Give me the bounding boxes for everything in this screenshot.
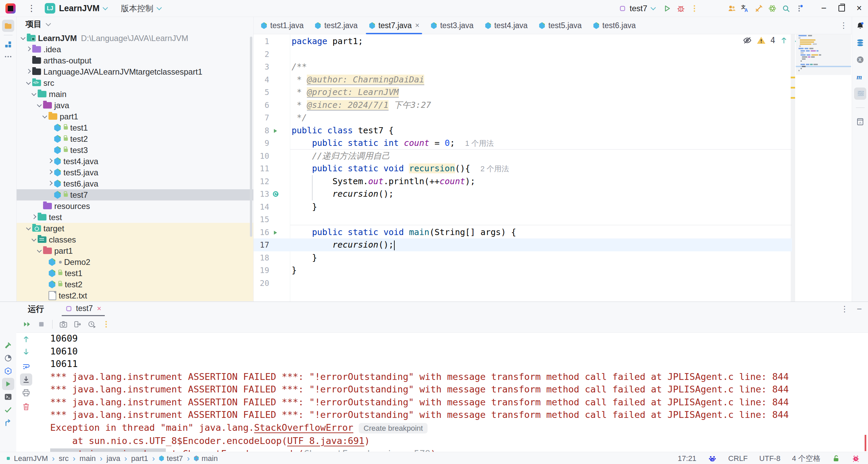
down-arrow-button[interactable] bbox=[20, 346, 32, 358]
breadcrumb-part1[interactable]: part1 bbox=[131, 454, 148, 463]
run-panel-more-button[interactable]: ⋮ bbox=[841, 304, 849, 314]
up-arrow-button[interactable] bbox=[20, 333, 32, 345]
tree-item-test[interactable]: test bbox=[17, 212, 253, 223]
code-line-11[interactable]: 11 public static void recursion(){ 2 个用法 bbox=[254, 162, 792, 175]
tree-item-test3[interactable]: test3 bbox=[17, 144, 253, 156]
maven-button[interactable]: m bbox=[854, 71, 866, 83]
translate-button[interactable]: 文A bbox=[738, 2, 752, 15]
chevron-down-icon[interactable] bbox=[41, 114, 48, 119]
code-line-20[interactable]: 20 bbox=[254, 277, 792, 290]
code-line-1[interactable]: 1package part1; bbox=[254, 35, 792, 48]
commit-arrow-button[interactable] bbox=[2, 417, 14, 429]
tree-item-test6.java[interactable]: test6.java bbox=[17, 178, 253, 189]
tree-item-main[interactable]: main bbox=[17, 89, 253, 100]
chevron-down-icon[interactable] bbox=[36, 249, 43, 253]
stack-trace-link[interactable]: UTF_8.java:691 bbox=[287, 436, 364, 446]
breadcrumb-main[interactable]: main bbox=[194, 454, 218, 463]
code-line-8[interactable]: 8public class test7 { bbox=[254, 124, 792, 137]
scroll-end-button[interactable] bbox=[20, 373, 32, 386]
tree-item-classes[interactable]: classes bbox=[17, 234, 253, 245]
export-button[interactable] bbox=[72, 318, 84, 330]
code-line-14[interactable]: 14 } bbox=[254, 200, 792, 213]
chevron-down-icon[interactable] bbox=[19, 36, 27, 40]
stack-trace-link[interactable]: StackOverflowError bbox=[254, 422, 353, 433]
project-chevron-down-icon[interactable] bbox=[103, 5, 108, 11]
chevron-right-icon[interactable] bbox=[25, 70, 32, 74]
code-line-2[interactable]: 2 bbox=[254, 48, 792, 61]
tabs-more-button[interactable]: ⋮ bbox=[840, 21, 848, 30]
run-panel-hide-button[interactable]: − bbox=[857, 304, 862, 314]
tab-test2.java[interactable]: test2.java bbox=[309, 17, 363, 34]
code-line-5[interactable]: 5 * @project: LearnJVM bbox=[254, 86, 792, 99]
profiler-button[interactable] bbox=[2, 352, 14, 364]
code-editor[interactable]: 4 1package part1;23/**4 * @author: Charm… bbox=[254, 34, 852, 302]
chevron-down-icon[interactable] bbox=[36, 103, 43, 108]
terminal-button[interactable] bbox=[2, 391, 14, 403]
tree-item-arthas-output[interactable]: arthas-output bbox=[17, 55, 253, 66]
notification-alarm-icon[interactable] bbox=[852, 455, 860, 463]
camera-button[interactable] bbox=[57, 318, 70, 330]
code-line-9[interactable]: 9 public static int count = 0; 1 个用法 bbox=[254, 137, 792, 150]
scratches-x-button[interactable]: X bbox=[854, 54, 866, 66]
debug-button[interactable] bbox=[674, 2, 688, 15]
clock-run-button[interactable] bbox=[86, 318, 98, 330]
code-line-16[interactable]: 16 public static void main(String[] args… bbox=[254, 226, 792, 239]
file-encoding[interactable]: UTF-8 bbox=[759, 454, 780, 463]
code-line-12[interactable]: 12 System.out.println(++count); bbox=[254, 175, 792, 188]
create-breakpoint-button[interactable]: Create breakpoint bbox=[359, 423, 428, 433]
code-line-7[interactable]: 7 */ bbox=[254, 111, 792, 124]
run-button[interactable] bbox=[660, 2, 674, 15]
services-button[interactable] bbox=[2, 365, 14, 377]
notifications-bell-button[interactable] bbox=[854, 20, 866, 32]
tab-close-icon[interactable]: × bbox=[415, 21, 419, 30]
trash-button[interactable] bbox=[20, 401, 32, 413]
build-hammer-button[interactable] bbox=[2, 339, 14, 351]
project-avatar[interactable]: LJ bbox=[45, 3, 55, 14]
tools-button[interactable] bbox=[752, 2, 766, 15]
rerun-button[interactable] bbox=[21, 318, 33, 330]
problems-check-button[interactable] bbox=[2, 404, 14, 416]
tree-item-target[interactable]: target bbox=[17, 223, 253, 234]
dots-yellow-button[interactable] bbox=[100, 318, 112, 330]
run-line-icon[interactable] bbox=[272, 228, 279, 238]
tree-item-part1[interactable]: part1 bbox=[17, 245, 253, 256]
code-line-6[interactable]: 6 * @since: 2024/7/1 下午3:27 bbox=[254, 99, 792, 112]
plugin-atom-button[interactable] bbox=[766, 2, 779, 15]
breadcrumb-LearnJVM[interactable]: LearnJVM bbox=[14, 454, 48, 463]
run-tab-test7[interactable]: test7 × bbox=[62, 302, 105, 316]
line-ending[interactable]: CRLF bbox=[728, 454, 748, 463]
run-configuration-selector[interactable]: test7 bbox=[619, 4, 655, 13]
chevron-down-icon[interactable] bbox=[30, 237, 38, 242]
project-panel-chevron-icon[interactable] bbox=[46, 21, 51, 26]
tree-item-resources[interactable]: resources bbox=[17, 200, 253, 212]
tree-item-Demo2[interactable]: Demo2 bbox=[17, 256, 253, 268]
tab-test6.java[interactable]: test6.java bbox=[587, 17, 641, 34]
code-line-4[interactable]: 4 * @author: CharmingDaiDai bbox=[254, 73, 792, 86]
baidu-plugin-icon[interactable]: du bbox=[708, 454, 717, 463]
close-button[interactable]: × bbox=[850, 0, 868, 17]
chevron-right-icon[interactable] bbox=[30, 215, 38, 219]
indent-setting[interactable]: 4 个空格 bbox=[792, 453, 821, 464]
code-line-18[interactable]: 18 } bbox=[254, 251, 792, 264]
code-line-3[interactable]: 3/** bbox=[254, 60, 792, 73]
run-config-chevron-icon[interactable] bbox=[651, 5, 656, 11]
tab-test5.java[interactable]: test5.java bbox=[533, 17, 587, 34]
code-line-10[interactable]: 10 //递归方法调用自己 bbox=[254, 150, 792, 162]
tree-item-part1[interactable]: part1 bbox=[17, 111, 253, 122]
minimize-button[interactable]: − bbox=[815, 0, 833, 17]
code-line-15[interactable]: 15 bbox=[254, 213, 792, 226]
chevron-down-icon[interactable] bbox=[25, 226, 32, 231]
tree-item-test2[interactable]: test2 bbox=[17, 133, 253, 144]
tab-test1.java[interactable]: test1.java bbox=[255, 17, 309, 34]
tree-item-test7[interactable]: test7 bbox=[17, 189, 253, 200]
vcs-menu[interactable]: 版本控制 bbox=[121, 3, 153, 14]
tree-item-java[interactable]: java bbox=[17, 100, 253, 111]
caret-position[interactable]: 17:21 bbox=[678, 454, 696, 463]
chevron-right-icon[interactable] bbox=[46, 170, 54, 175]
project-name[interactable]: LearnJVM bbox=[59, 3, 99, 13]
tree-item-test4.java[interactable]: test4.java bbox=[17, 156, 253, 167]
restore-button[interactable] bbox=[833, 0, 850, 17]
vcs-chevron-down-icon[interactable] bbox=[157, 5, 162, 11]
project-folder-button[interactable] bbox=[2, 20, 14, 32]
breadcrumb-test7[interactable]: test7 bbox=[159, 454, 183, 463]
